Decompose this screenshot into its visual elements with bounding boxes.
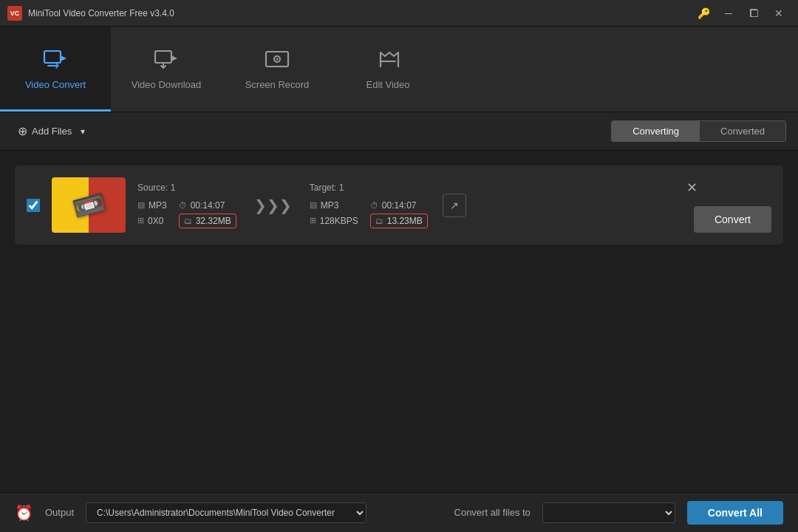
- tab-converting[interactable]: Converting: [612, 121, 700, 141]
- app-logo: VC: [7, 6, 22, 21]
- title-bar: VC MiniTool Video Converter Free v3.4.0 …: [0, 0, 798, 27]
- add-files-plus-icon: ⊕: [18, 124, 27, 138]
- file-thumbnail: 📼: [52, 177, 126, 233]
- arrow-separator: ❯❯❯: [248, 197, 298, 214]
- target-bitrate: ⊞ 128KBPS: [310, 216, 358, 226]
- close-button[interactable]: ✕: [767, 3, 791, 24]
- tab-group: Converting Converted: [611, 120, 786, 142]
- source-filesize: 🗂 32.32MB: [179, 214, 236, 228]
- file-card: 📼 Source: 1 ▤ MP3 ⏱ 00:14:07 ⊞ 0X0: [15, 166, 783, 245]
- convert-all-button[interactable]: Convert All: [687, 501, 783, 525]
- target-duration: ⏱ 00:14:07: [370, 200, 428, 211]
- card-actions: ✕ Convert: [682, 178, 771, 233]
- card-close-button[interactable]: ✕: [682, 178, 702, 197]
- svg-rect-0: [44, 51, 61, 63]
- add-files-dropdown-button[interactable]: ▾: [78, 122, 88, 141]
- output-path-select[interactable]: C:\Users\Administrator\Documents\MiniToo…: [86, 502, 366, 523]
- cassette-icon: 📼: [69, 185, 109, 224]
- target-actions: ↗: [443, 194, 466, 217]
- convert-all-format-select[interactable]: [542, 502, 675, 523]
- output-label: Output: [45, 507, 74, 518]
- app-title: MiniTool Video Converter Free v3.4.0: [28, 8, 692, 18]
- edit-target-button[interactable]: ↗: [443, 194, 466, 217]
- tab-converted[interactable]: Converted: [700, 121, 785, 141]
- source-info-grid: ▤ MP3 ⏱ 00:14:07 ⊞ 0X0 🗂 32.32MB: [137, 200, 236, 228]
- add-files-button[interactable]: ⊕ Add Files: [12, 120, 78, 143]
- output-clock-icon: ⏰: [15, 504, 33, 522]
- screen-record-icon: [264, 47, 290, 73]
- format-icon: ▤: [137, 200, 145, 210]
- minimize-button[interactable]: ─: [717, 3, 740, 24]
- nav-video-download[interactable]: Video Download: [111, 27, 222, 112]
- source-format: ▤ MP3: [137, 200, 167, 211]
- nav-video-download-label: Video Download: [132, 79, 201, 90]
- target-filesize: 🗂 13.23MB: [370, 214, 428, 228]
- nav-screen-record[interactable]: Screen Record: [222, 27, 332, 112]
- filesize-icon: 🗂: [184, 216, 192, 225]
- nav-video-convert-label: Video Convert: [25, 79, 86, 90]
- target-clock-icon: ⏱: [370, 201, 378, 210]
- resolution-icon: ⊞: [137, 216, 144, 225]
- target-format-icon: ▤: [310, 200, 317, 210]
- window-controls: 🔑 ─ ⧠ ✕: [692, 3, 791, 24]
- video-download-icon: [153, 47, 180, 73]
- source-label: Source: 1: [137, 183, 236, 193]
- source-duration: ⏱ 00:14:07: [179, 200, 236, 211]
- nav-bar: Video Convert Video Download Screen Reco…: [0, 27, 798, 112]
- edit-icon: ↗: [450, 200, 459, 211]
- nav-edit-video[interactable]: Edit Video: [332, 27, 443, 112]
- restore-button[interactable]: ⧠: [742, 3, 765, 24]
- target-info-grid: ▤ MP3 ⏱ 00:14:07 ⊞ 128KBPS 🗂 13.23MB: [310, 200, 428, 228]
- svg-rect-1: [155, 51, 171, 63]
- file-checkbox[interactable]: [27, 199, 40, 212]
- nav-video-convert[interactable]: Video Convert: [0, 27, 111, 112]
- nav-edit-video-label: Edit Video: [366, 79, 409, 90]
- convert-all-label: Convert all files to: [454, 507, 531, 518]
- video-convert-icon: [42, 47, 69, 73]
- main-content: 📼 Source: 1 ▤ MP3 ⏱ 00:14:07 ⊞ 0X0: [0, 151, 798, 492]
- target-filesize-icon: 🗂: [375, 216, 383, 225]
- toolbar: ⊕ Add Files ▾ Converting Converted: [0, 112, 798, 151]
- bitrate-icon: ⊞: [310, 216, 316, 225]
- nav-screen-record-label: Screen Record: [245, 79, 310, 90]
- svg-point-4: [276, 58, 279, 60]
- edit-video-icon: [375, 47, 401, 73]
- key-icon-button[interactable]: 🔑: [692, 3, 715, 24]
- add-files-label: Add Files: [32, 126, 72, 137]
- convert-button[interactable]: Convert: [694, 206, 771, 233]
- source-resolution: ⊞ 0X0: [137, 216, 167, 226]
- clock-icon: ⏱: [179, 201, 187, 210]
- target-format: ▤ MP3: [310, 200, 358, 211]
- footer: ⏰ Output C:\Users\Administrator\Document…: [0, 492, 798, 532]
- source-block: Source: 1 ▤ MP3 ⏱ 00:14:07 ⊞ 0X0 🗂 32.32…: [137, 183, 236, 228]
- target-block: Target: 1 ▤ MP3 ⏱ 00:14:07 ⊞ 128KBPS 🗂 1…: [310, 183, 428, 228]
- target-label: Target: 1: [310, 183, 428, 193]
